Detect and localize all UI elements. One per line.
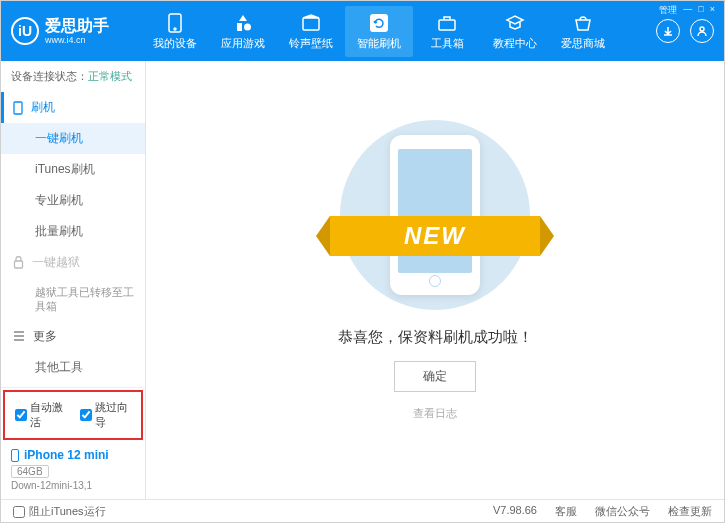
view-log-link[interactable]: 查看日志: [413, 406, 457, 421]
ctrl-manage[interactable]: 管理: [659, 4, 677, 17]
window-controls: 管理 — □ ×: [659, 4, 715, 17]
device-name: iPhone 12 mini: [11, 448, 135, 462]
ctrl-max[interactable]: □: [698, 4, 703, 17]
flash-itunes[interactable]: iTunes刷机: [1, 154, 145, 185]
nav-apps[interactable]: 应用游戏: [209, 6, 277, 57]
flash-oneclick[interactable]: 一键刷机: [1, 123, 145, 154]
ctrl-min[interactable]: —: [683, 4, 692, 17]
svg-rect-4: [439, 20, 455, 30]
nav-toolbox[interactable]: 工具箱: [413, 6, 481, 57]
section-flash[interactable]: 刷机: [1, 92, 145, 123]
main-panel: NEW 恭喜您，保资料刷机成功啦！ 确定 查看日志: [146, 61, 724, 499]
header-right: [656, 19, 714, 43]
main-nav: 我的设备 应用游戏 铃声壁纸 智能刷机 工具箱 教程中心 爱思商城: [141, 6, 656, 57]
jailbreak-info: 越狱工具已转移至工具箱: [1, 278, 145, 321]
sidebar: 设备连接状态：正常模式 刷机 一键刷机 iTunes刷机 专业刷机 批量刷机 一…: [1, 61, 146, 499]
svg-rect-6: [14, 102, 22, 114]
version-label: V7.98.66: [493, 504, 537, 519]
chk-auto-input[interactable]: [15, 409, 27, 421]
update-link[interactable]: 检查更新: [668, 504, 712, 519]
download-icon[interactable]: [656, 19, 680, 43]
options-row: 自动激活 跳过向导: [3, 390, 143, 440]
phone-icon: [11, 449, 19, 462]
svg-point-1: [174, 28, 176, 30]
service-link[interactable]: 客服: [555, 504, 577, 519]
ctrl-close[interactable]: ×: [710, 4, 715, 17]
app-header: 管理 — □ × iU 爱思助手 www.i4.cn 我的设备 应用游戏 铃声壁…: [1, 1, 724, 61]
block-itunes[interactable]: 阻止iTunes运行: [13, 504, 106, 519]
flash-batch[interactable]: 批量刷机: [1, 216, 145, 247]
nav-ringtones[interactable]: 铃声壁纸: [277, 6, 345, 57]
chk-skip-guide[interactable]: 跳过向导: [80, 400, 131, 430]
illustration: NEW: [340, 120, 530, 310]
chk-skip-input[interactable]: [80, 409, 92, 421]
footer: 阻止iTunes运行 V7.98.66 客服 微信公众号 检查更新: [1, 499, 724, 523]
logo[interactable]: iU 爱思助手 www.i4.cn: [11, 17, 141, 45]
nav-tutorials[interactable]: 教程中心: [481, 6, 549, 57]
ok-button[interactable]: 确定: [394, 361, 476, 392]
chk-auto-activate[interactable]: 自动激活: [15, 400, 66, 430]
svg-rect-2: [303, 18, 319, 30]
connection-status: 设备连接状态：正常模式: [1, 61, 145, 92]
block-itunes-chk[interactable]: [13, 506, 25, 518]
user-icon[interactable]: [690, 19, 714, 43]
svg-rect-7: [15, 261, 23, 268]
device-block[interactable]: iPhone 12 mini 64GB Down-12mini-13,1: [1, 442, 145, 499]
section-more[interactable]: 更多: [1, 321, 145, 352]
illus-banner: NEW: [330, 216, 540, 256]
device-model: Down-12mini-13,1: [11, 480, 135, 491]
app-url: www.i4.cn: [45, 35, 109, 45]
logo-icon: iU: [11, 17, 39, 45]
wechat-link[interactable]: 微信公众号: [595, 504, 650, 519]
nav-device[interactable]: 我的设备: [141, 6, 209, 57]
illus-phone-icon: [390, 135, 480, 295]
svg-point-5: [700, 27, 704, 31]
more-other[interactable]: 其他工具: [1, 352, 145, 383]
svg-rect-3: [370, 14, 388, 32]
success-message: 恭喜您，保资料刷机成功啦！: [338, 328, 533, 347]
device-capacity: 64GB: [11, 465, 49, 478]
nav-store[interactable]: 爱思商城: [549, 6, 617, 57]
app-name: 爱思助手: [45, 17, 109, 35]
nav-flash[interactable]: 智能刷机: [345, 6, 413, 57]
flash-pro[interactable]: 专业刷机: [1, 185, 145, 216]
section-jailbreak[interactable]: 一键越狱: [1, 247, 145, 278]
